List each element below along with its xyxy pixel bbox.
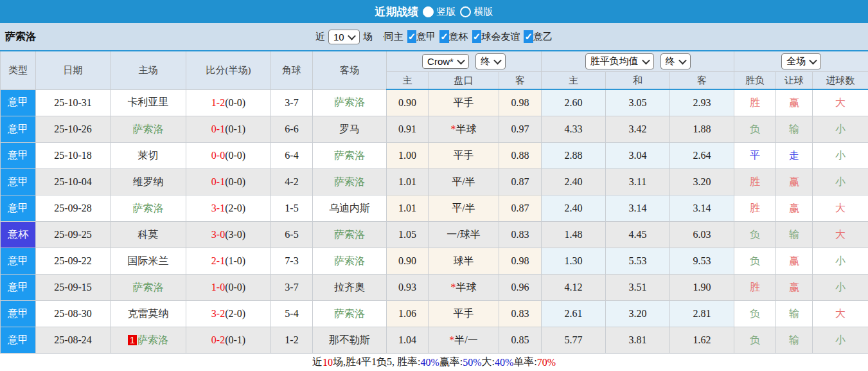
checkbox-icon[interactable]: ✓ (472, 30, 482, 43)
cell-odds-away: 2.64 (670, 143, 734, 169)
fulltime-score: 3-0 (211, 229, 225, 240)
subheader-winlose: 胜负 (734, 72, 776, 90)
checkbox-club-friendly[interactable]: ✓ 球会友谊 (472, 30, 520, 43)
away-team-name: 萨索洛 (334, 96, 365, 107)
summary-big-rate: 40% (495, 357, 513, 368)
cell-handicap: *半球 (429, 275, 499, 301)
fulltime-score: 3-1 (211, 203, 225, 213)
away-team-name: 罗马 (339, 123, 360, 134)
cell-date: 25-09-15 (36, 275, 111, 301)
cell-result-winlose: 负 (734, 301, 776, 327)
halftime-score: (0-1) (225, 123, 245, 134)
subheader-odds-away: 客 (670, 72, 734, 90)
col-header-date: 日期 (36, 51, 111, 89)
fulltime-score: 3-2 (211, 308, 225, 319)
cell-odds-draw: 4.45 (606, 222, 670, 248)
radio-horizontal-label[interactable]: 横版 (474, 6, 493, 18)
summary-near-count: 10 (323, 357, 333, 368)
checkbox-same-home[interactable]: 同主 (383, 31, 403, 43)
home-team-name: 科莫 (138, 229, 159, 240)
cell-result-goals: 小 (813, 275, 868, 301)
fulltime-score: 0-1 (211, 123, 225, 134)
team-name: 萨索洛 (5, 23, 36, 50)
cell-league: 意甲 (1, 275, 36, 301)
cell-asia-away-odds: 0.83 (499, 222, 542, 248)
summary-single-label: 单率: (513, 356, 536, 369)
chevron-down-icon (809, 57, 817, 65)
cell-home-team: 维罗纳 (111, 169, 186, 195)
odds-time-select[interactable]: 终 (660, 53, 691, 69)
cell-asia-home-odds: 0.93 (387, 275, 429, 301)
cell-odds-draw: 3.05 (606, 89, 670, 116)
subheader-handicap: 盘口 (429, 72, 499, 90)
cell-asia-home-odds: 1.05 (387, 222, 429, 248)
halftime-score: (0-0) (225, 176, 245, 187)
cell-odds-draw: 3.81 (606, 327, 670, 354)
filter-controls: 近 10 场 同主 ✓ 意甲 ✓ 意杯 ✓ 球会友谊 ✓ 意乙 (315, 30, 553, 44)
cell-odds-away: 1.62 (670, 327, 734, 354)
halftime-score: (0-0) (225, 150, 245, 161)
cell-league: 意甲 (1, 89, 36, 116)
cell-asia-away-odds: 0.88 (499, 143, 542, 169)
table-row: 意甲 25-08-30 克雷莫纳 3-2(2-0) 5-4 萨索洛 1.06 平… (1, 301, 868, 327)
cell-result-letball: 输 (776, 222, 813, 248)
cell-score: 0-1(0-1) (186, 116, 271, 143)
checkbox-serie-a[interactable]: ✓ 意甲 (407, 30, 436, 43)
cell-home-team: 1萨索洛 (111, 327, 186, 354)
cell-result-goals: 大 (813, 195, 868, 222)
scope-select[interactable]: 全场 (781, 53, 821, 69)
halftime-score: (0-0) (225, 97, 245, 108)
odds-average-select[interactable]: 胜平负均值 (585, 53, 654, 69)
cell-asia-away-odds: 0.97 (499, 116, 542, 143)
fulltime-score: 0-2 (211, 334, 225, 345)
col-header-type: 类型 (1, 51, 36, 89)
handicap-text: 球半 (454, 255, 474, 266)
cell-handicap: *半球 (429, 116, 499, 143)
cell-score: 0-1(0-0) (186, 169, 271, 195)
fulltime-score: 1-0 (211, 282, 225, 293)
cell-handicap: 平手 (429, 89, 499, 116)
cell-date: 25-10-18 (36, 143, 111, 169)
home-team-name: 萨索洛 (133, 123, 164, 134)
cell-asia-home-odds: 1.00 (387, 143, 429, 169)
checkbox-italy-cup[interactable]: ✓ 意杯 (439, 30, 468, 43)
halftime-score: (2-0) (225, 308, 245, 319)
bookmaker-time-select[interactable]: 终 (475, 53, 506, 69)
checkbox-icon[interactable]: ✓ (524, 30, 533, 43)
cell-asia-home-odds: 0.90 (387, 89, 429, 116)
cell-home-team: 科莫 (111, 222, 186, 248)
cell-handicap: 球半 (429, 248, 499, 275)
cell-result-letball: 输 (776, 327, 813, 354)
cell-handicap: *半/一 (429, 327, 499, 354)
cell-odds-draw: 3.14 (606, 195, 670, 222)
radio-vertical[interactable]: 竖版 (423, 6, 456, 18)
match-count-select[interactable]: 10 (328, 30, 360, 44)
cell-away-team: 乌迪内斯 (313, 195, 387, 222)
checkbox-icon[interactable]: ✓ (407, 30, 417, 43)
cell-result-letball: 赢 (776, 89, 813, 116)
away-team-name: 萨索洛 (334, 255, 365, 266)
cell-away-team: 萨索洛 (313, 301, 387, 327)
radio-selected-icon[interactable] (423, 6, 434, 17)
table-row: 意甲 25-09-22 国际米兰 2-1(1-0) 7-3 萨索洛 0.90 球… (1, 248, 868, 275)
radio-horizontal[interactable]: 横版 (460, 6, 493, 18)
col-header-home: 主场 (111, 51, 186, 89)
league-badge: 意杯 (1, 222, 35, 248)
cell-away-team: 罗马 (313, 116, 387, 143)
cell-odds-home: 1.48 (542, 222, 606, 248)
cell-result-letball: 输 (776, 116, 813, 143)
cell-result-goals: 大 (813, 301, 868, 327)
cell-date: 25-08-24 (36, 327, 111, 354)
home-team-name: 克雷莫纳 (128, 308, 169, 319)
cell-handicap: 平手 (429, 143, 499, 169)
euro-odds-group: 胜平负均值 终 (542, 51, 734, 72)
cell-date: 25-08-30 (36, 301, 111, 327)
radio-vertical-label[interactable]: 竖版 (437, 6, 456, 18)
checkbox-serie-b[interactable]: ✓ 意乙 (524, 30, 553, 43)
bookmaker-select[interactable]: Crow* (422, 54, 469, 69)
cell-odds-away: 9.53 (670, 248, 734, 275)
cell-score: 3-2(2-0) (186, 301, 271, 327)
radio-unselected-icon[interactable] (460, 6, 471, 17)
asia-odds-group: Crow* 终 (387, 51, 542, 72)
checkbox-icon[interactable]: ✓ (439, 30, 449, 43)
